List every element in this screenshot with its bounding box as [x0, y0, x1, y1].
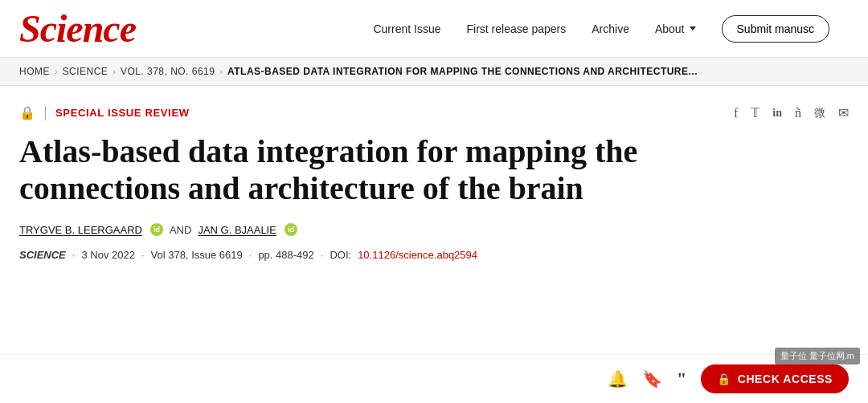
- author-1-name[interactable]: TRYGVE B. LEERGAARD: [19, 224, 142, 236]
- article-type-row: 🔒 SPECIAL ISSUE REVIEW: [19, 105, 190, 120]
- doi-link[interactable]: 10.1126/science.abq2594: [358, 249, 477, 261]
- article-journal: SCIENCE: [19, 249, 66, 261]
- site-logo[interactable]: Science: [19, 10, 136, 48]
- article-pages: pp. 488-492: [258, 249, 313, 261]
- linkedin-icon[interactable]: in: [772, 107, 782, 120]
- article-date: 3 Nov 2022: [81, 249, 135, 261]
- article-meta-row: 🔒 SPECIAL ISSUE REVIEW f 𝕋 in ñ 微 ✉: [19, 105, 849, 120]
- breadcrumb-article: ATLAS-BASED DATA INTEGRATION FOR MAPPING…: [227, 66, 698, 77]
- article-title: Atlas-based data integration for mapping…: [19, 133, 710, 207]
- breadcrumb-science[interactable]: SCIENCE: [63, 66, 108, 77]
- breadcrumb-sep-1: ›: [55, 67, 58, 76]
- check-access-label: CHECK ACCESS: [738, 372, 833, 385]
- twitter-icon[interactable]: 𝕋: [751, 105, 760, 120]
- authors-row: TRYGVE B. LEERGAARD id AND JAN G. BJAALI…: [19, 223, 849, 236]
- notification-bell-icon[interactable]: 🔔: [608, 369, 628, 389]
- article-volume: Vol 378, Issue 6619: [151, 249, 243, 261]
- article-info-row: SCIENCE · 3 Nov 2022 · Vol 378, Issue 66…: [19, 249, 849, 261]
- reddit-icon[interactable]: ñ: [795, 106, 801, 120]
- article-type-label: SPECIAL ISSUE REVIEW: [55, 107, 190, 119]
- nav-current-issue[interactable]: Current Issue: [373, 22, 440, 35]
- breadcrumb-volume[interactable]: VOL. 378, NO. 6619: [121, 66, 215, 77]
- article-main: 🔒 SPECIAL ISSUE REVIEW f 𝕋 in ñ 微 ✉ Atla…: [0, 86, 868, 261]
- nav-archive[interactable]: Archive: [592, 22, 629, 35]
- facebook-icon[interactable]: f: [734, 106, 738, 120]
- author-2-orcid[interactable]: id: [285, 223, 297, 236]
- vertical-separator: [45, 106, 46, 120]
- check-access-lock-icon: 🔒: [717, 372, 731, 385]
- breadcrumb-sep-2: ›: [113, 67, 116, 76]
- doi-label: DOI:: [330, 249, 351, 261]
- lock-icon: 🔒: [19, 105, 35, 120]
- submit-manuscript-button[interactable]: Submit manusc: [722, 15, 829, 43]
- author-1-orcid[interactable]: id: [150, 223, 163, 236]
- author-2-name[interactable]: JAN G. BJAALIE: [198, 224, 276, 236]
- check-access-button[interactable]: 🔒 CHECK ACCESS: [701, 364, 849, 393]
- social-icons-row: f 𝕋 in ñ 微 ✉: [734, 105, 849, 120]
- bookmark-icon[interactable]: 🔖: [642, 369, 662, 389]
- action-bar: 🔔 🔖 " 🔒 CHECK ACCESS: [0, 354, 868, 403]
- wechat-icon[interactable]: 微: [814, 106, 825, 120]
- breadcrumb: HOME › SCIENCE › VOL. 378, NO. 6619 › AT…: [0, 58, 868, 86]
- quote-icon[interactable]: ": [677, 368, 686, 389]
- email-icon[interactable]: ✉: [838, 105, 849, 120]
- nav-first-release[interactable]: First release papers: [467, 22, 567, 35]
- breadcrumb-sep-3: ›: [219, 67, 223, 76]
- main-nav: Current Issue First release papers Archi…: [136, 15, 829, 43]
- nav-about[interactable]: About: [655, 22, 696, 35]
- chevron-down-icon: [690, 26, 696, 31]
- author-sep: AND: [170, 224, 191, 236]
- breadcrumb-home[interactable]: HOME: [19, 66, 50, 77]
- watermark: 量子位 量子位网.m: [775, 348, 860, 364]
- header: Science Current Issue First release pape…: [0, 0, 868, 58]
